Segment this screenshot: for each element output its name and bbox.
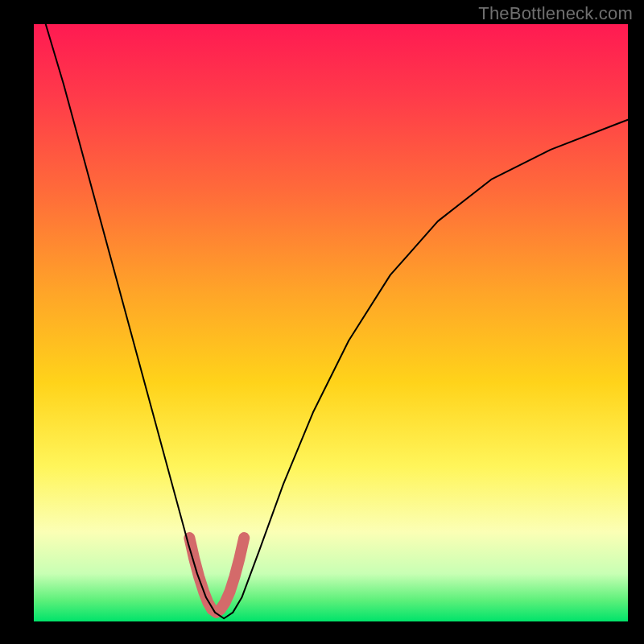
watermark-text: TheBottleneck.com bbox=[478, 3, 633, 24]
bottleneck-chart bbox=[0, 0, 644, 644]
chart-frame: { "watermark": "TheBottleneck.com", "cha… bbox=[0, 0, 644, 644]
plot-background bbox=[34, 24, 628, 621]
